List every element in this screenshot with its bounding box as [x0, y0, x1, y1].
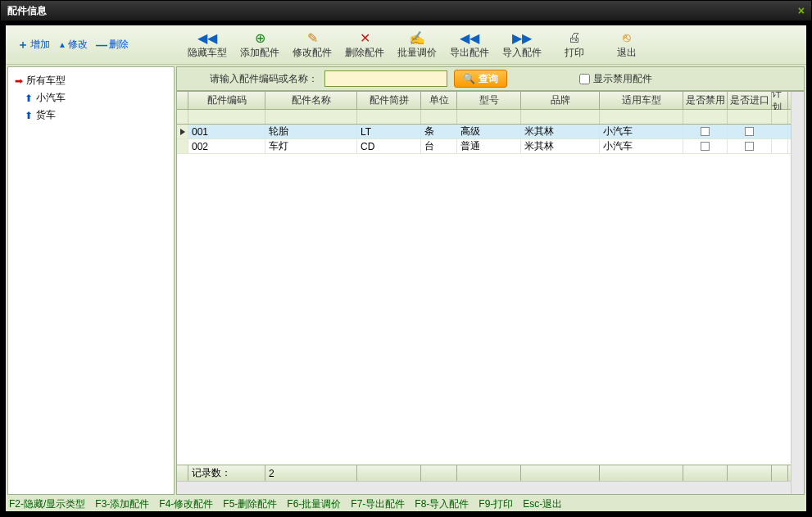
cell-car: 小汽车: [600, 139, 683, 153]
cell-code: 002: [188, 139, 265, 153]
status-item: F4-修改配件: [159, 497, 213, 511]
edit-part-label: 修改配件: [293, 46, 332, 60]
cell-import[interactable]: [728, 139, 772, 153]
checkbox-icon[interactable]: [701, 127, 710, 136]
import-part-button[interactable]: ▶▶ 导入配件: [496, 26, 548, 64]
col-last[interactable]: 计划: [772, 92, 788, 109]
col-disabled[interactable]: 是否禁用: [683, 92, 728, 109]
hide-car-button[interactable]: ◀◀ 隐藏车型: [181, 26, 234, 64]
exit-icon: ⎋: [617, 29, 637, 46]
exit-button[interactable]: ⎋ 退出: [601, 26, 653, 64]
delete-part-icon: ✕: [355, 29, 374, 46]
add-part-label: 添加配件: [240, 46, 279, 60]
search-bar: 请输入配件编码或名称： 🔍 查询 显示禁用配件: [176, 66, 805, 91]
table-row[interactable]: 002车灯CD台普通米其林小汽车: [177, 139, 791, 154]
print-button[interactable]: 🖨 打印: [548, 26, 601, 64]
export-part-button[interactable]: ◀◀ 导出配件: [443, 26, 496, 64]
grid: 配件编码 配件名称 配件简拼 单位 型号 品牌 适用车型 是否禁用 是否进口 计…: [176, 91, 805, 495]
grid-footer: 记录数： 2: [177, 465, 791, 481]
checkbox-icon[interactable]: [745, 142, 754, 151]
window: 配件信息 × ＋ 增加 ▲ 修改 — 删除 ◀◀: [0, 0, 812, 517]
topbar: ＋ 增加 ▲ 修改 — 删除 ◀◀ 隐藏车型 ⊕: [6, 25, 806, 65]
exit-label: 退出: [617, 46, 637, 60]
minus-icon: —: [96, 39, 107, 52]
col-name[interactable]: 配件名称: [265, 92, 357, 109]
row-marker: [177, 125, 188, 138]
status-bar: F2-隐藏/显示类型F3-添加配件F4-修改配件F5-删除配件F6-批量调价F7…: [6, 497, 806, 511]
import-part-label: 导入配件: [502, 46, 542, 60]
row-marker: [177, 139, 188, 153]
window-title: 配件信息: [7, 4, 47, 18]
left-actions: ＋ 增加 ▲ 修改 — 删除: [6, 25, 173, 64]
cell-name: 轮胎: [265, 125, 357, 138]
filter-row: [177, 110, 791, 125]
edit-part-button[interactable]: ✎ 修改配件: [286, 26, 338, 64]
plus-icon: ＋: [17, 38, 29, 52]
search-input[interactable]: [324, 70, 447, 87]
status-item: F3-添加配件: [95, 497, 149, 511]
cell-name: 车灯: [265, 139, 357, 153]
col-brand[interactable]: 品牌: [521, 92, 600, 109]
print-icon: 🖨: [565, 29, 584, 46]
status-item: F9-打印: [479, 497, 513, 511]
scrollbar-horizontal[interactable]: [177, 481, 791, 494]
tree-panel: ➡ 所有车型 ⬆ 小汽车 ⬆ 货车: [7, 66, 175, 495]
search-button[interactable]: 🔍 查询: [454, 70, 507, 88]
arrow-left-icon: ◀◀: [197, 29, 217, 46]
delete-part-label: 删除配件: [345, 46, 384, 60]
batch-price-icon: ✍: [407, 29, 427, 46]
show-disabled-input[interactable]: [579, 74, 590, 84]
grid-body[interactable]: 001轮胎LT条高级米其林小汽车002车灯CD台普通米其林小汽车: [177, 125, 791, 465]
cell-car: 小汽车: [600, 125, 683, 138]
cell-import[interactable]: [728, 125, 772, 138]
arrow-right-red-icon: ➡: [15, 75, 23, 87]
checkbox-icon[interactable]: [701, 142, 710, 151]
triangle-up-icon: ▲: [58, 40, 66, 49]
batch-price-button[interactable]: ✍ 批量调价: [391, 26, 443, 64]
cell-disabled[interactable]: [683, 139, 728, 153]
tree-car-label: 小汽车: [36, 91, 66, 105]
search-label: 请输入配件编码或名称：: [210, 72, 318, 86]
add-label: 增加: [30, 38, 50, 52]
add-button[interactable]: ＋ 增加: [17, 38, 50, 52]
status-item: F6-批量调价: [287, 497, 341, 511]
status-item: F8-导入配件: [415, 497, 469, 511]
export-part-label: 导出配件: [450, 46, 489, 60]
col-unit[interactable]: 单位: [421, 92, 457, 109]
show-disabled-checkbox[interactable]: 显示禁用配件: [579, 72, 652, 86]
import-icon: ▶▶: [512, 29, 532, 46]
magnifier-icon: 🔍: [463, 73, 475, 84]
col-import[interactable]: 是否进口: [728, 92, 772, 109]
cell-model: 普通: [457, 139, 521, 153]
grid-header: 配件编码 配件名称 配件简拼 单位 型号 品牌 适用车型 是否禁用 是否进口 计…: [177, 92, 791, 110]
export-icon: ◀◀: [460, 29, 479, 46]
tree-item-truck[interactable]: ⬆ 货车: [11, 107, 170, 124]
record-count-label: 记录数：: [188, 465, 265, 481]
col-marker: [177, 92, 188, 109]
delete-button[interactable]: — 删除: [96, 38, 129, 52]
tree-item-car[interactable]: ⬆ 小汽车: [11, 89, 170, 107]
arrow-up-blue-icon: ⬆: [25, 93, 33, 104]
inner-frame: ＋ 增加 ▲ 修改 — 删除 ◀◀ 隐藏车型 ⊕: [1, 20, 811, 516]
add-part-button[interactable]: ⊕ 添加配件: [234, 26, 286, 64]
close-icon[interactable]: ×: [798, 4, 805, 17]
cell-model: 高级: [457, 125, 521, 138]
cell-last: [772, 125, 788, 138]
col-code[interactable]: 配件编码: [188, 92, 265, 109]
tree-all-label: 所有车型: [26, 74, 66, 88]
hide-car-label: 隐藏车型: [188, 46, 227, 60]
cell-unit: 台: [421, 139, 457, 153]
table-row[interactable]: 001轮胎LT条高级米其林小汽车: [177, 125, 791, 139]
col-pinyin[interactable]: 配件简拼: [357, 92, 421, 109]
batch-price-label: 批量调价: [397, 46, 437, 60]
checkbox-icon[interactable]: [745, 127, 754, 136]
tree-item-all[interactable]: ➡ 所有车型: [11, 72, 170, 89]
cell-disabled[interactable]: [683, 125, 728, 138]
delete-part-button[interactable]: ✕ 删除配件: [338, 26, 391, 64]
col-model[interactable]: 型号: [457, 92, 521, 109]
titlebar: 配件信息 ×: [1, 1, 811, 20]
status-item: F7-导出配件: [351, 497, 405, 511]
scrollbar-vertical[interactable]: [791, 92, 804, 494]
col-car[interactable]: 适用车型: [600, 92, 683, 109]
edit-button[interactable]: ▲ 修改: [58, 38, 88, 52]
